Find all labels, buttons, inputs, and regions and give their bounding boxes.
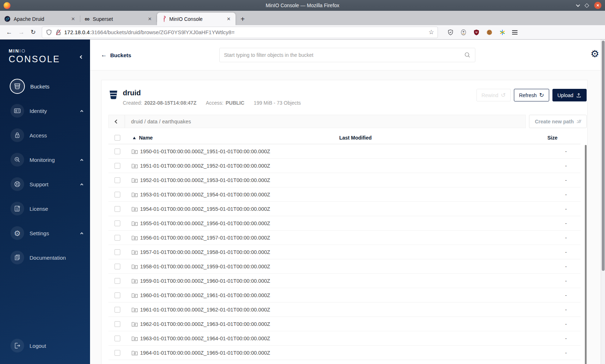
object-row[interactable]: 1958-01-01T00:00:00.000Z_1959-01-01T00:0… xyxy=(108,259,581,274)
object-name[interactable]: 1953-01-01T00:00:00.000Z_1954-01-01T00:0… xyxy=(140,192,270,197)
object-row[interactable]: 1954-01-01T00:00:00.000Z_1955-01-01T00:0… xyxy=(108,202,581,216)
object-name[interactable]: 1960-01-01T00:00:00.000Z_1961-01-01T00:0… xyxy=(140,292,270,298)
menu-icon[interactable] xyxy=(512,30,517,35)
settings-gear-icon[interactable]: ⚙ xyxy=(591,49,599,59)
object-row[interactable]: 1959-01-01T00:00:00.000Z_1960-01-01T00:0… xyxy=(108,274,581,288)
object-row[interactable]: 1963-01-01T00:00:00.000Z_1964-01-01T00:0… xyxy=(108,331,581,346)
sort-ascending-icon[interactable] xyxy=(133,137,136,139)
tab-close-icon[interactable]: × xyxy=(225,16,232,22)
object-name[interactable]: 1952-01-01T00:00:00.000Z_1953-01-01T00:0… xyxy=(140,177,270,183)
row-checkbox[interactable] xyxy=(115,292,120,298)
sidebar-item-logout[interactable]: Logout xyxy=(0,337,90,354)
row-checkbox[interactable] xyxy=(115,235,120,241)
select-all-checkbox[interactable] xyxy=(115,135,120,141)
path-back-button[interactable] xyxy=(109,115,125,128)
create-new-path-button[interactable]: Create new path :// xyxy=(529,115,587,128)
column-size[interactable]: Size xyxy=(424,135,581,141)
row-checkbox[interactable] xyxy=(115,249,120,255)
object-row[interactable]: 1964-01-01T00:00:00.000Z_1965-01-01T00:0… xyxy=(108,346,581,360)
insecure-lock-icon[interactable] xyxy=(55,29,61,36)
chevron-up-icon[interactable] xyxy=(81,230,83,236)
chevron-up-icon[interactable] xyxy=(81,156,83,163)
reload-icon[interactable]: ↻ xyxy=(31,28,36,36)
row-checkbox[interactable] xyxy=(115,321,120,327)
column-last-modified[interactable]: Last Modified xyxy=(287,135,424,141)
rewind-button[interactable]: Rewind↺ xyxy=(476,89,511,101)
main-area: ← Buckets ⚙ xyxy=(90,40,605,364)
object-row[interactable]: 1957-01-01T00:00:00.000Z_1958-01-01T00:0… xyxy=(108,245,581,259)
row-checkbox[interactable] xyxy=(115,220,120,226)
filter-objects-input[interactable] xyxy=(224,52,464,58)
url-bar[interactable]: 172.18.0.4:31664/buckets/druid/browse/ZG… xyxy=(42,27,438,38)
shield-check-icon[interactable] xyxy=(447,29,454,36)
object-row[interactable]: 1960-01-01T00:00:00.000Z_1961-01-01T00:0… xyxy=(108,288,581,302)
object-row[interactable]: 1950-01-01T00:00:00.000Z_1951-01-01T00:0… xyxy=(108,144,581,159)
object-row[interactable]: 1961-01-01T00:00:00.000Z_1962-01-01T00:0… xyxy=(108,302,581,317)
row-checkbox[interactable] xyxy=(115,350,120,356)
object-row[interactable]: 1953-01-01T00:00:00.000Z_1954-01-01T00:0… xyxy=(108,187,581,202)
sidebar-collapse-icon[interactable] xyxy=(80,53,83,60)
row-checkbox[interactable] xyxy=(115,163,120,169)
sidebar-item-buckets[interactable]: Buckets xyxy=(0,78,90,95)
object-name[interactable]: 1958-01-01T00:00:00.000Z_1959-01-01T00:0… xyxy=(140,264,270,269)
object-name[interactable]: 1959-01-01T00:00:00.000Z_1960-01-01T00:0… xyxy=(140,278,270,284)
tab-close-icon[interactable]: × xyxy=(70,16,76,22)
close-window-icon[interactable]: × xyxy=(594,2,601,9)
object-name[interactable]: 1956-01-01T00:00:00.000Z_1957-01-01T00:0… xyxy=(140,235,270,241)
sidebar-item-identity[interactable]: Identity xyxy=(0,103,90,119)
refresh-button[interactable]: Refresh↻ xyxy=(514,89,549,101)
page-scrollbar-thumb[interactable] xyxy=(602,41,605,271)
back-icon[interactable]: ← xyxy=(6,29,12,36)
row-checkbox[interactable] xyxy=(115,206,120,212)
sidebar-item-settings[interactable]: ⚙ Settings xyxy=(0,225,90,241)
object-name[interactable]: 1950-01-01T00:00:00.000Z_1951-01-01T00:0… xyxy=(140,149,270,154)
minimize-icon[interactable] xyxy=(576,3,580,7)
chevron-up-icon[interactable] xyxy=(81,108,83,114)
object-row[interactable]: 1951-01-01T00:00:00.000Z_1952-01-01T00:0… xyxy=(108,159,581,173)
row-checkbox[interactable] xyxy=(115,307,120,313)
object-name[interactable]: 1961-01-01T00:00:00.000Z_1962-01-01T00:0… xyxy=(140,307,270,313)
object-name[interactable]: 1964-01-01T00:00:00.000Z_1965-01-01T00:0… xyxy=(140,350,270,356)
upload-button[interactable]: Upload xyxy=(552,89,587,101)
row-checkbox[interactable] xyxy=(115,177,120,183)
object-name[interactable]: 1963-01-01T00:00:00.000Z_1964-01-01T00:0… xyxy=(140,336,270,341)
sidebar-item-support[interactable]: Support xyxy=(0,176,90,192)
table-scrollbar[interactable] xyxy=(585,145,587,364)
row-checkbox[interactable] xyxy=(115,264,120,269)
tab-close-icon[interactable]: × xyxy=(147,16,153,22)
column-name[interactable]: Name xyxy=(139,135,153,141)
object-row[interactable]: 1962-01-01T00:00:00.000Z_1963-01-01T00:0… xyxy=(108,317,581,331)
sidebar-item-access[interactable]: Access xyxy=(0,127,90,144)
cookie-icon[interactable] xyxy=(486,29,493,36)
sidebar-item-license[interactable]: License xyxy=(0,200,90,217)
account-icon[interactable] xyxy=(460,29,467,36)
object-name[interactable]: 1954-01-01T00:00:00.000Z_1955-01-01T00:0… xyxy=(140,206,270,212)
shield-icon[interactable] xyxy=(46,29,52,36)
tab-superset[interactable]: ∞ Superset × xyxy=(80,13,157,25)
new-tab-button[interactable]: + xyxy=(241,15,245,23)
row-checkbox[interactable] xyxy=(115,278,120,284)
colorful-asterisk-icon[interactable] xyxy=(499,29,506,36)
object-name[interactable]: 1957-01-01T00:00:00.000Z_1958-01-01T00:0… xyxy=(140,249,270,255)
object-row[interactable]: 1952-01-01T00:00:00.000Z_1953-01-01T00:0… xyxy=(108,173,581,187)
row-checkbox[interactable] xyxy=(115,192,120,197)
object-name[interactable]: 1955-01-01T00:00:00.000Z_1956-01-01T00:0… xyxy=(140,220,270,226)
row-checkbox[interactable] xyxy=(115,336,120,341)
chevron-up-icon[interactable] xyxy=(81,181,83,187)
object-name[interactable]: 1962-01-01T00:00:00.000Z_1963-01-01T00:0… xyxy=(140,321,270,327)
bookmark-star-icon[interactable]: ☆ xyxy=(429,28,434,36)
forward-icon[interactable]: → xyxy=(18,29,24,36)
sidebar-item-monitoring[interactable]: Monitoring xyxy=(0,151,90,168)
page-scrollbar[interactable] xyxy=(601,40,605,364)
object-name[interactable]: 1951-01-01T00:00:00.000Z_1952-01-01T00:0… xyxy=(140,163,270,169)
object-row[interactable]: 1955-01-01T00:00:00.000Z_1956-01-01T00:0… xyxy=(108,216,581,231)
tab-minio-console[interactable]: MinIO Console × xyxy=(157,13,236,25)
sidebar-item-documentation[interactable]: Documentation xyxy=(0,249,90,266)
maximize-icon[interactable] xyxy=(584,3,589,8)
tab-apache-druid[interactable]: Apache Druid × xyxy=(0,13,80,25)
row-checkbox[interactable] xyxy=(115,149,120,154)
ublock-icon[interactable]: U xyxy=(473,29,480,36)
back-to-buckets-link[interactable]: ← Buckets xyxy=(101,51,131,59)
sidebar-item-label: Access xyxy=(30,132,47,138)
object-row[interactable]: 1956-01-01T00:00:00.000Z_1957-01-01T00:0… xyxy=(108,231,581,245)
